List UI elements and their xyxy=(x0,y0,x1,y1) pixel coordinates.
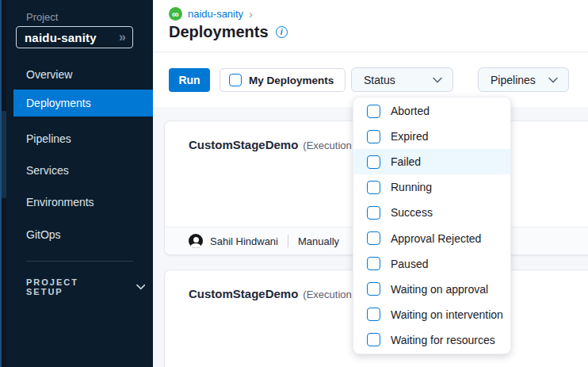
sidebar-item-label: Overview xyxy=(26,68,72,81)
sidebar-item-label: GitOps xyxy=(26,228,61,241)
status-option-running[interactable]: Running xyxy=(353,174,510,200)
pipeline-name[interactable]: CustomStageDemo xyxy=(189,287,298,300)
option-label: Success xyxy=(391,206,433,219)
sidebar-item-label: Pipelines xyxy=(26,132,71,145)
breadcrumb: ∞ naidu-sanity › xyxy=(169,7,253,21)
checkbox[interactable] xyxy=(367,333,380,346)
app-window: Project naidu-sanity » Overview Deployme… xyxy=(0,0,588,367)
my-deployments-label: My Deployments xyxy=(249,75,334,86)
trigger-type: Manually xyxy=(298,235,339,247)
triggered-by-name: Sahil Hindwani xyxy=(210,235,278,247)
sidebar-item-label: Environments xyxy=(26,196,94,208)
breadcrumb-chevron-icon: › xyxy=(249,8,253,20)
page-title: Deployments xyxy=(169,23,269,41)
status-option-paused[interactable]: Paused xyxy=(353,251,510,277)
sidebar-item-environments[interactable]: Environments xyxy=(6,193,153,211)
pipeline-name[interactable]: CustomStageDemo xyxy=(189,138,298,151)
sidebar-item-deployments[interactable]: Deployments xyxy=(13,90,153,117)
chevron-down-icon xyxy=(136,284,145,290)
checkbox[interactable] xyxy=(367,130,380,143)
project-setup-toggle[interactable]: PROJECT SETUP xyxy=(26,277,145,296)
pipelines-filter-label: Pipelines xyxy=(491,74,536,86)
run-button[interactable]: Run xyxy=(169,68,210,92)
option-label: Failed xyxy=(391,155,421,168)
project-name: naidu-sanity xyxy=(25,31,119,44)
sidebar-divider xyxy=(26,261,133,262)
status-option-success[interactable]: Success xyxy=(353,200,510,225)
sidebar-item-services[interactable]: Services xyxy=(6,162,153,179)
footer-divider xyxy=(288,235,288,247)
option-label: Waiting for resources xyxy=(391,334,495,346)
checkbox[interactable] xyxy=(367,282,380,296)
cd-module-icon: ∞ xyxy=(169,7,182,21)
module-nav-rail xyxy=(0,0,6,367)
sidebar-item-label: Deployments xyxy=(26,97,91,109)
checkbox[interactable] xyxy=(367,181,380,194)
breadcrumb-project-link[interactable]: naidu-sanity xyxy=(188,8,243,20)
main-content: ∞ naidu-sanity › Deployments i Run My De… xyxy=(153,0,588,367)
page-header: ∞ naidu-sanity › Deployments i xyxy=(153,0,588,52)
chevron-down-icon xyxy=(548,77,558,83)
status-option-failed[interactable]: Failed xyxy=(353,149,510,174)
sidebar-item-pipelines[interactable]: Pipelines xyxy=(6,130,153,147)
status-option-approval-rejected[interactable]: Approval Rejected xyxy=(353,225,510,250)
my-deployments-checkbox[interactable] xyxy=(229,74,242,86)
info-icon[interactable]: i xyxy=(276,26,288,38)
checkbox[interactable] xyxy=(367,257,380,270)
option-label: Expired xyxy=(391,130,428,143)
checkbox[interactable] xyxy=(367,105,380,118)
rail-scroll-thumb[interactable] xyxy=(2,111,6,198)
option-label: Waiting on approval xyxy=(391,283,488,296)
option-label: Approval Rejected xyxy=(391,232,481,245)
option-label: Aborted xyxy=(391,105,430,117)
project-setup-label: PROJECT SETUP xyxy=(26,277,116,296)
status-filter-dropdown[interactable]: Status xyxy=(351,67,453,92)
project-label: Project xyxy=(26,11,58,23)
status-filter-label: Status xyxy=(364,74,395,86)
sidebar-item-overview[interactable]: Overview xyxy=(6,66,153,83)
my-deployments-toggle[interactable]: My Deployments xyxy=(220,68,346,92)
status-option-aborted[interactable]: Aborted xyxy=(353,98,510,124)
status-dropdown-menu: Aborted Expired Failed Running Success A… xyxy=(353,97,511,354)
checkbox[interactable] xyxy=(367,206,380,220)
option-label: Paused xyxy=(391,258,428,270)
checkbox[interactable] xyxy=(367,308,380,321)
checkbox[interactable] xyxy=(367,231,380,245)
project-sidebar: Project naidu-sanity » Overview Deployme… xyxy=(6,0,153,367)
sidebar-item-label: Services xyxy=(26,164,69,177)
option-label: Running xyxy=(391,181,432,193)
chevron-down-icon xyxy=(433,77,442,83)
status-option-expired[interactable]: Expired xyxy=(353,124,510,149)
sidebar-item-gitops[interactable]: GitOps xyxy=(6,226,153,243)
option-label: Waiting on intervention xyxy=(391,308,503,321)
user-avatar xyxy=(189,234,203,248)
status-option-waiting-on-intervention[interactable]: Waiting on intervention xyxy=(353,302,510,327)
status-option-waiting-for-resources[interactable]: Waiting for resources xyxy=(353,327,510,353)
status-option-waiting-on-approval[interactable]: Waiting on approval xyxy=(353,277,510,302)
project-selector[interactable]: naidu-sanity » xyxy=(16,26,133,48)
pipelines-filter-dropdown[interactable]: Pipelines xyxy=(478,67,569,92)
checkbox[interactable] xyxy=(367,155,380,169)
expand-double-chevron-icon[interactable]: » xyxy=(119,31,126,44)
